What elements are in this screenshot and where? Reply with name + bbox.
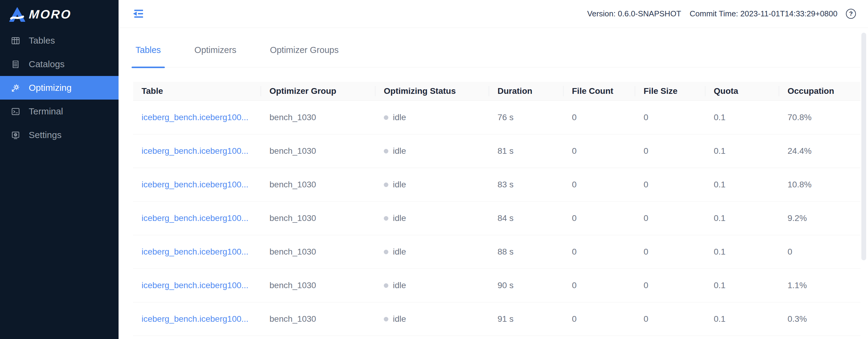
column-header-quota: Quota — [705, 82, 779, 101]
sidebar-item-label: Catalogs — [29, 59, 64, 69]
menu-fold-icon[interactable] — [132, 7, 145, 20]
file-size-cell: 0 — [635, 202, 705, 235]
status-label: idle — [393, 281, 406, 290]
sidebar-item-tables[interactable]: Tables — [0, 29, 119, 52]
status-dot-icon — [384, 149, 388, 153]
sidebar-item-terminal[interactable]: Terminal — [0, 100, 119, 123]
commit-time-label: Commit Time: 2023-11-01T14:33:29+0800 — [689, 9, 837, 19]
duration-cell: 91 s — [489, 302, 563, 336]
status-label: idle — [393, 214, 406, 223]
table-name-link[interactable]: iceberg_bench.iceberg100... — [142, 214, 248, 223]
file-size-cell: 0 — [635, 235, 705, 269]
status-label: idle — [393, 146, 406, 156]
table-row: iceberg_bench.iceberg100... bench_1030 i… — [133, 202, 861, 235]
amoro-logo-icon — [9, 7, 25, 22]
tab-optimizer-groups[interactable]: Optimizer Groups — [266, 46, 342, 67]
tab-tables[interactable]: Tables — [131, 46, 165, 67]
status-label: idle — [393, 247, 406, 257]
status-label: idle — [393, 113, 406, 122]
column-header-optimizer-group: Optimizer Group — [261, 82, 375, 101]
quota-cell: 0.1 — [705, 269, 779, 302]
quota-cell: 0.1 — [705, 134, 779, 168]
quota-cell: 0.1 — [705, 202, 779, 235]
settings-monitor-icon — [11, 131, 20, 140]
main-area: Version: 0.6.0-SNAPSHOT Commit Time: 202… — [119, 0, 868, 339]
optimizer-group-cell: bench_1030 — [261, 101, 375, 134]
amoro-logo: MORO — [0, 0, 119, 29]
table-row: iceberg_bench.iceberg100... bench_1030 i… — [133, 302, 861, 336]
quota-cell: 0.1 — [705, 168, 779, 202]
version-label: Version: 0.6.0-SNAPSHOT — [587, 9, 681, 19]
duration-cell: 83 s — [489, 168, 563, 202]
table-row: iceberg_bench.iceberg100... bench_1030 i… — [133, 168, 861, 202]
optimizer-group-cell: bench_1030 — [261, 302, 375, 336]
logo-text: MORO — [28, 7, 72, 21]
column-header-table: Table — [133, 82, 261, 101]
file-size-cell: 0 — [635, 168, 705, 202]
duration-cell: 84 s — [489, 202, 563, 235]
quota-cell: 0.1 — [705, 101, 779, 134]
catalog-document-icon — [11, 60, 20, 69]
table-name-link[interactable]: iceberg_bench.iceberg100... — [142, 113, 248, 122]
optimizing-status-cell: idle — [375, 134, 489, 168]
status-dot-icon — [384, 182, 388, 187]
scrollbar-thumb[interactable] — [861, 33, 866, 260]
optimizing-status-cell: idle — [375, 202, 489, 235]
column-header-file-count: File Count — [563, 82, 635, 101]
status-dot-icon — [384, 250, 388, 254]
help-question-icon[interactable]: ? — [846, 9, 856, 19]
file-count-cell: 0 — [563, 134, 635, 168]
status-dot-icon — [384, 283, 388, 288]
file-count-cell: 0 — [563, 101, 635, 134]
duration-cell: 88 s — [489, 235, 563, 269]
topbar-right: Version: 0.6.0-SNAPSHOT Commit Time: 202… — [587, 9, 856, 19]
file-count-cell: 0 — [563, 302, 635, 336]
sidebar-nav: Tables Catalogs Optimizing — [0, 29, 119, 147]
optimizing-tables-table: Table Optimizer Group Optimizing Status … — [133, 82, 861, 336]
table-name-link[interactable]: iceberg_bench.iceberg100... — [142, 146, 248, 156]
occupation-cell: 24.4% — [779, 134, 861, 168]
duration-cell: 81 s — [489, 134, 563, 168]
sidebar-item-settings[interactable]: Settings — [0, 123, 119, 147]
occupation-cell: 0.3% — [779, 302, 861, 336]
table-grid-icon — [11, 36, 20, 46]
table-name-link[interactable]: iceberg_bench.iceberg100... — [142, 281, 248, 290]
optimizing-status-cell: idle — [375, 302, 489, 336]
table-header-row: Table Optimizer Group Optimizing Status … — [133, 82, 861, 101]
status-dot-icon — [384, 115, 388, 120]
optimizer-group-cell: bench_1030 — [261, 269, 375, 302]
column-header-file-size: File Size — [635, 82, 705, 101]
occupation-cell: 0 — [779, 235, 861, 269]
sidebar-item-label: Tables — [29, 35, 55, 46]
tab-optimizers[interactable]: Optimizers — [190, 46, 241, 67]
tab-bar: Tables Optimizers Optimizer Groups — [131, 28, 861, 67]
file-size-cell: 0 — [635, 302, 705, 336]
optimizing-status-cell: idle — [375, 235, 489, 269]
vertical-scrollbar — [861, 30, 866, 337]
optimizer-group-cell: bench_1030 — [261, 134, 375, 168]
optimizing-gear-icon — [11, 83, 20, 93]
sidebar-item-catalogs[interactable]: Catalogs — [0, 52, 119, 76]
optimizer-group-cell: bench_1030 — [261, 235, 375, 269]
quota-cell: 0.1 — [705, 302, 779, 336]
duration-cell: 90 s — [489, 269, 563, 302]
sidebar-item-optimizing[interactable]: Optimizing — [0, 76, 119, 100]
file-count-cell: 0 — [563, 202, 635, 235]
sidebar-item-label: Settings — [29, 130, 61, 140]
quota-cell: 0.1 — [705, 235, 779, 269]
table-row: iceberg_bench.iceberg100... bench_1030 i… — [133, 134, 861, 168]
occupation-cell: 10.8% — [779, 168, 861, 202]
table-name-link[interactable]: iceberg_bench.iceberg100... — [142, 314, 248, 323]
column-header-occupation: Occupation — [779, 82, 861, 101]
table-name-link[interactable]: iceberg_bench.iceberg100... — [142, 247, 248, 256]
terminal-icon — [11, 107, 20, 116]
status-label: idle — [393, 180, 406, 190]
table-name-link[interactable]: iceberg_bench.iceberg100... — [142, 180, 248, 189]
optimizer-group-cell: bench_1030 — [261, 168, 375, 202]
sidebar-item-label: Terminal — [29, 106, 63, 116]
optimizing-status-cell: idle — [375, 269, 489, 302]
optimizing-status-cell: idle — [375, 168, 489, 202]
duration-cell: 76 s — [489, 101, 563, 134]
column-header-duration: Duration — [489, 82, 563, 101]
optimizer-group-cell: bench_1030 — [261, 202, 375, 235]
